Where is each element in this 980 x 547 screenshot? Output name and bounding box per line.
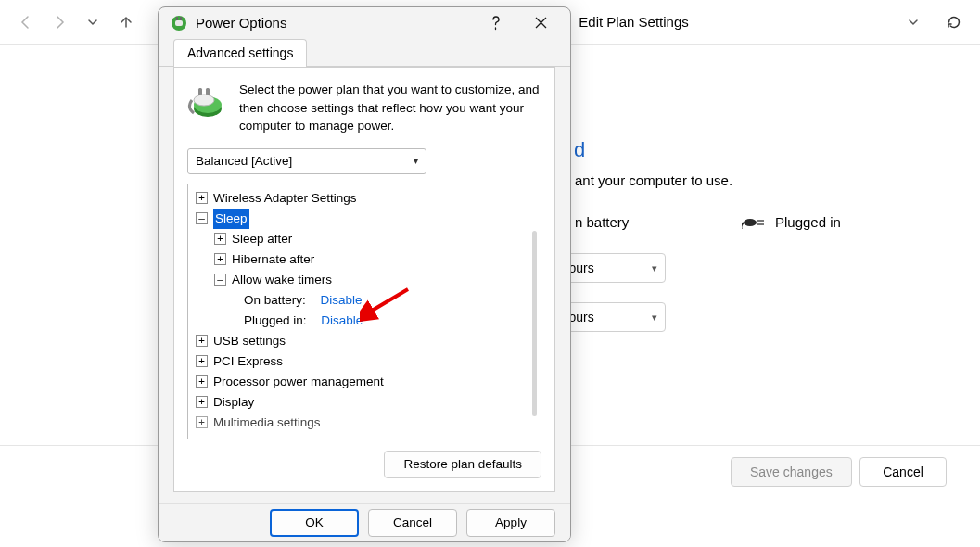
nav-back-button[interactable] [13, 9, 39, 35]
tab-advanced-settings[interactable]: Advanced settings [173, 39, 307, 67]
tree-node-sleep[interactable]: – Sleep [188, 209, 541, 229]
svg-point-9 [194, 95, 214, 106]
apply-button[interactable]: Apply [466, 509, 555, 537]
expand-icon[interactable]: + [196, 355, 208, 367]
scrollbar-thumb[interactable] [532, 231, 537, 416]
dialog-tabstrip: Advanced settings [159, 38, 570, 67]
chevron-down-icon: ▾ [414, 156, 418, 166]
nav-up-button[interactable] [113, 9, 139, 35]
power-options-dialog: Power Options Advanced settings Select t… [158, 6, 571, 542]
breadcrumb-dropdown[interactable] [900, 9, 926, 35]
nav-forward-button[interactable] [46, 9, 72, 35]
plan-heading-fragment: d [574, 138, 585, 162]
dialog-titlebar: Power Options [159, 7, 570, 38]
restore-defaults-button[interactable]: Restore plan defaults [384, 451, 541, 478]
expand-icon[interactable]: + [196, 375, 208, 388]
settings-tree[interactable]: + Wireless Adapter Settings – Sleep + Sl… [187, 184, 541, 439]
expand-icon[interactable]: + [196, 396, 208, 408]
expand-icon[interactable]: + [196, 192, 208, 204]
collapse-icon[interactable]: – [214, 274, 226, 286]
tree-leaf-plugged-in[interactable]: Plugged in: Disable [188, 311, 541, 331]
close-button[interactable] [522, 9, 559, 37]
tree-node-pci[interactable]: + PCI Express [188, 351, 541, 372]
expand-icon[interactable]: + [214, 233, 226, 245]
svg-point-0 [744, 219, 757, 226]
on-battery-value[interactable]: Disable [321, 290, 363, 311]
save-changes-button[interactable]: Save changes [731, 457, 852, 487]
tree-node-processor[interactable]: + Processor power management [188, 372, 541, 392]
svg-rect-4 [175, 20, 183, 26]
plugged-in-value[interactable]: Disable [321, 311, 363, 331]
power-scheme-icon [187, 81, 228, 121]
power-plan-select-value: Balanced [Active] [196, 154, 292, 168]
dialog-footer: OK Cancel Apply [159, 503, 570, 541]
tree-node-sleep-after[interactable]: + Sleep after [188, 229, 541, 249]
power-plug-app-icon [170, 14, 188, 32]
ok-button[interactable]: OK [270, 509, 359, 537]
tree-node-wireless[interactable]: + Wireless Adapter Settings [188, 188, 541, 209]
collapse-icon[interactable]: – [196, 212, 208, 224]
plug-icon [742, 215, 768, 230]
tree-node-wake-timers[interactable]: – Allow wake timers [188, 270, 541, 290]
tree-node-hibernate-after[interactable]: + Hibernate after [188, 249, 541, 270]
tree-node-usb[interactable]: + USB settings [188, 331, 541, 351]
chevron-down-icon: ▾ [652, 312, 657, 324]
expand-icon[interactable]: + [196, 416, 208, 428]
power-plan-select[interactable]: Balanced [Active] ▾ [187, 148, 426, 174]
tree-leaf-on-battery[interactable]: On battery: Disable [188, 290, 541, 311]
dialog-intro-text: Select the power plan that you want to c… [239, 81, 541, 135]
dialog-intro: Select the power plan that you want to c… [187, 81, 541, 135]
chevron-down-icon: ▾ [652, 262, 657, 274]
tree-node-display[interactable]: + Display [188, 392, 541, 413]
dialog-cancel-button[interactable]: Cancel [368, 509, 457, 537]
refresh-button[interactable] [941, 9, 967, 35]
dialog-body: Select the power plan that you want to c… [173, 67, 555, 492]
breadcrumb-last[interactable]: Edit Plan Settings [579, 14, 688, 30]
expand-icon[interactable]: + [214, 253, 226, 265]
column-plugged-in: Plugged in [742, 214, 841, 230]
nav-recent-dropdown[interactable] [80, 9, 106, 35]
dialog-title: Power Options [196, 15, 286, 31]
svg-rect-2 [176, 17, 178, 20]
expand-icon[interactable]: + [196, 335, 208, 347]
plan-subtitle-fragment: ant your computer to use. [575, 172, 732, 188]
column-on-battery-fragment: n battery [575, 214, 629, 230]
cancel-button[interactable]: Cancel [859, 457, 947, 487]
svg-rect-3 [180, 17, 182, 20]
column-plugged-in-label: Plugged in [775, 214, 841, 230]
tree-node-multimedia[interactable]: + Multimedia settings [188, 413, 541, 433]
help-button[interactable] [477, 9, 515, 37]
